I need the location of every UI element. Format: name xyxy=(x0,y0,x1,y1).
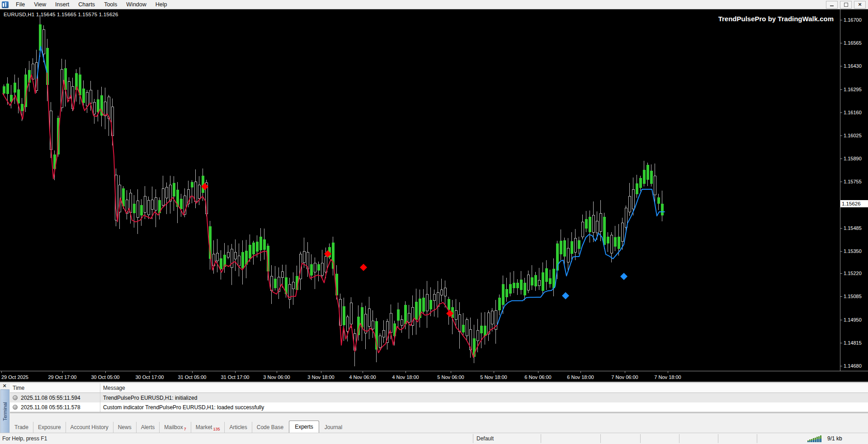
price-tick-label: 1.16160 xyxy=(844,110,862,115)
tab-label: Articles xyxy=(229,424,247,430)
restore-button[interactable] xyxy=(840,1,852,9)
menu-bar: FileViewInsertChartsToolsWindowHelp × xyxy=(0,0,868,9)
menu-item-view[interactable]: View xyxy=(29,0,51,9)
price-tick-label: 1.15485 xyxy=(844,225,862,231)
menu-item-window[interactable]: Window xyxy=(122,0,151,9)
price-tick-label: 1.16430 xyxy=(844,63,862,69)
price-tick-label: 1.16565 xyxy=(844,40,862,46)
tab-experts[interactable]: Experts xyxy=(289,421,319,434)
price-tick-label: 1.15755 xyxy=(844,179,862,184)
buy-signal-diamond xyxy=(620,273,627,280)
time-tick-mark xyxy=(668,371,668,373)
price-tick-mark xyxy=(840,273,842,274)
time-tick-label: 29 Oct 17:00 xyxy=(48,374,77,380)
tab-articles[interactable]: Articles xyxy=(224,422,251,434)
chart-symbol-quote: EURUSD,H1 1.15645 1.15665 1.15575 1.1562… xyxy=(4,12,118,17)
time-tick-label: 7 Nov 18:00 xyxy=(654,374,681,380)
tab-journal[interactable]: Journal xyxy=(320,422,347,434)
time-tick-label: 7 Nov 06:00 xyxy=(611,374,638,380)
table-bottom-border-2 xyxy=(10,412,868,413)
log-header-time: Time xyxy=(10,383,100,393)
menu-item-insert[interactable]: Insert xyxy=(51,0,74,9)
terminal-close-icon[interactable]: ✕ xyxy=(2,383,7,388)
tab-trade[interactable]: Trade xyxy=(10,422,33,434)
log-time: 2025.11.08 05:55:11.594 xyxy=(21,395,80,401)
trend-line-down xyxy=(47,73,497,358)
menu-item-file[interactable]: File xyxy=(11,0,29,9)
log-row[interactable]: 2025.11.08 05:55:11.594TrendPulsePro EUR… xyxy=(10,393,868,402)
menu-item-help[interactable]: Help xyxy=(151,0,172,9)
log-row[interactable]: 2025.11.08 05:55:11.578Custom indicator … xyxy=(10,402,868,412)
tab-code-base[interactable]: Code Base xyxy=(252,422,288,434)
time-tick-mark xyxy=(62,371,63,373)
time-tick-label: 3 Nov 18:00 xyxy=(307,374,334,380)
price-tick-mark xyxy=(840,251,842,252)
trend-line-down xyxy=(3,75,37,119)
price-tick-mark xyxy=(840,89,842,90)
time-tick-mark xyxy=(451,371,451,373)
status-separator xyxy=(640,434,641,443)
tab-badge: 135 xyxy=(213,427,220,431)
time-tick-label: 30 Oct 17:00 xyxy=(136,374,164,380)
minimize-button[interactable] xyxy=(826,1,838,9)
time-tick-label: 6 Nov 18:00 xyxy=(567,374,594,380)
connection-bar xyxy=(809,439,811,442)
time-tick-mark xyxy=(363,371,363,373)
tab-market[interactable]: Market135 xyxy=(191,422,225,434)
time-axis[interactable]: 29 Oct 202529 Oct 17:0030 Oct 05:0030 Oc… xyxy=(0,371,868,382)
time-tick-label: 5 Nov 06:00 xyxy=(437,374,464,380)
time-tick-label: 6 Nov 06:00 xyxy=(524,374,551,380)
price-tick-label: 1.15085 xyxy=(844,294,862,299)
price-tick-mark xyxy=(840,159,842,159)
status-separator xyxy=(718,434,718,443)
connection-traffic: 9/1 kb xyxy=(827,435,842,442)
chart-window[interactable]: EURUSD,H1 1.15645 1.15665 1.15575 1.1562… xyxy=(0,9,868,382)
close-icon: × xyxy=(858,2,862,7)
price-tick-label: 1.16700 xyxy=(844,17,862,23)
time-tick-mark xyxy=(1,371,2,373)
status-help-text: For Help, press F1 xyxy=(2,435,47,442)
connection-bar xyxy=(820,435,821,442)
terminal-side-handle[interactable]: Terminal xyxy=(0,389,9,434)
close-button[interactable]: × xyxy=(854,1,866,9)
price-tick-label: 1.14950 xyxy=(844,317,862,322)
status-separator xyxy=(541,434,541,443)
price-tick-label: 1.15890 xyxy=(844,156,862,161)
tab-label: Code Base xyxy=(257,424,283,430)
tab-alerts[interactable]: Alerts xyxy=(136,422,160,434)
status-separator xyxy=(600,434,601,443)
price-tick-mark xyxy=(840,366,842,366)
restore-icon xyxy=(844,3,848,7)
time-tick-mark xyxy=(580,371,581,373)
status-separator xyxy=(679,434,679,443)
tab-news[interactable]: News xyxy=(113,422,136,434)
tab-label: Alerts xyxy=(141,424,155,430)
menu-item-tools[interactable]: Tools xyxy=(99,0,122,9)
tab-account-history[interactable]: Account History xyxy=(66,422,113,434)
time-tick-label: 5 Nov 18:00 xyxy=(480,374,507,380)
price-tick-mark xyxy=(840,228,842,229)
time-tick-mark xyxy=(192,371,193,373)
time-tick-mark xyxy=(406,371,406,373)
time-tick-label: 31 Oct 05:00 xyxy=(178,374,207,380)
price-tick-label: 1.16025 xyxy=(844,133,862,138)
tab-label: Market xyxy=(196,424,212,430)
menu-items: FileViewInsertChartsToolsWindowHelp xyxy=(11,0,172,9)
menu-item-charts[interactable]: Charts xyxy=(74,0,99,9)
price-tick-mark xyxy=(840,296,842,297)
tab-exposure[interactable]: Exposure xyxy=(33,422,66,434)
status-separator xyxy=(757,434,757,443)
tab-mailbox[interactable]: Mailbox7 xyxy=(159,422,190,434)
price-tick-mark xyxy=(840,112,842,113)
log-message: TrendPulsePro EURUSD,H1: initialized xyxy=(100,395,868,401)
log-entry-icon xyxy=(13,395,18,400)
log-time: 2025.11.08 05:55:11.578 xyxy=(21,404,80,411)
connection-bars-icon xyxy=(807,435,821,442)
price-tick-mark xyxy=(840,343,842,343)
app-logo-icon xyxy=(2,1,9,8)
price-plot[interactable] xyxy=(0,10,840,371)
window-controls: × xyxy=(826,1,868,9)
connection-bar xyxy=(816,437,818,442)
price-tick-mark xyxy=(840,43,842,43)
tab-label: Journal xyxy=(325,424,342,430)
